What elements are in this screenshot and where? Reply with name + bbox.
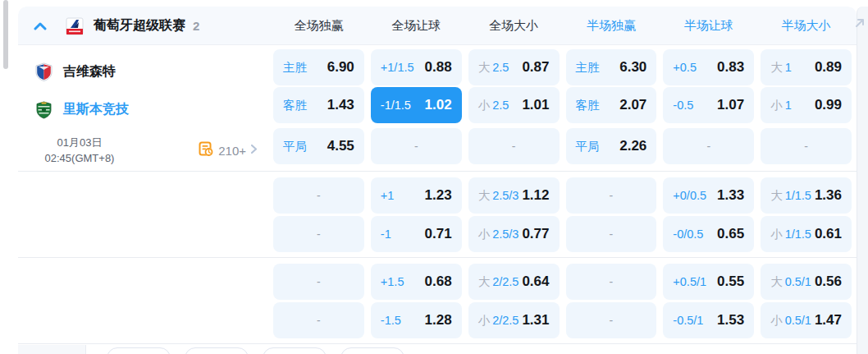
odds-cell[interactable]: 大10.89 [761, 49, 852, 85]
more-markets-button[interactable]: 210+ [199, 132, 258, 168]
vertical-scrollbar[interactable] [3, 0, 8, 69]
odds-row: 平局4.55--平局2.26-- [273, 128, 852, 164]
odds-cell[interactable]: 小10.99 [761, 87, 852, 123]
odds-cell[interactable]: +1.50.68 [371, 264, 462, 300]
odds-value: 0.99 [815, 97, 842, 113]
odds-cell[interactable]: 客胜1.43 [273, 87, 364, 123]
odds-cell-empty: - [273, 302, 364, 338]
odds-cell[interactable]: 大2.50.87 [468, 49, 560, 85]
home-team-row[interactable]: 吉维森特 [18, 53, 271, 90]
odds-row: --1.51.28小2/2.51.31--0.5/11.53小0.5/11.47 [273, 302, 852, 338]
odds-cell[interactable]: 主胜6.30 [566, 49, 657, 85]
odds-label: +1.5 [381, 275, 404, 288]
odds-cell[interactable]: +0.5/10.55 [663, 264, 754, 300]
odds-cell[interactable]: -0.5/11.53 [663, 302, 754, 338]
pill-button[interactable] [107, 347, 171, 354]
odds-cell[interactable]: 小1/1.50.61 [761, 216, 852, 252]
odds-value: 1.07 [717, 97, 744, 113]
odds-cell[interactable]: 客胜2.07 [566, 87, 657, 123]
odds-value: 0.61 [815, 226, 842, 242]
home-team-name: 吉维森特 [63, 63, 116, 80]
odds-value: 0.71 [425, 226, 452, 242]
odds-cell[interactable]: 主胜6.90 [273, 49, 364, 85]
odds-value: 1.53 [717, 312, 744, 329]
odds-cell[interactable]: +0/0.51.33 [663, 177, 754, 214]
odds-label: 大2/2.5 [478, 274, 519, 290]
odds-value: 0.88 [425, 59, 452, 76]
away-team-name: 里斯本竞技 [63, 101, 129, 118]
market-header-0: 全场独赢 [273, 7, 364, 45]
odds-row: -+1.50.68大2/2.50.64-+0.5/10.55大0.5/10.56 [273, 264, 852, 300]
markets-count-icon [199, 141, 214, 160]
market-header-4: 半场让球 [663, 7, 754, 45]
market-header-3: 半场独赢 [566, 7, 657, 45]
odds-value: 0.65 [717, 226, 744, 242]
odds-label: 客胜 [576, 98, 600, 113]
odds-cell[interactable]: 小2.51.01 [468, 87, 560, 123]
odds-value: 1.02 [425, 97, 452, 113]
pill-button[interactable] [185, 347, 249, 354]
pill-button[interactable] [340, 347, 404, 354]
dash: - [512, 140, 516, 153]
odds-cell-empty: - [273, 177, 364, 214]
odds-cell[interactable]: +0.50.83 [663, 49, 754, 85]
arrow-up-right-icon[interactable] [853, 16, 866, 30]
odds-value: 1.43 [327, 97, 354, 113]
odds-value: 1.33 [717, 187, 744, 204]
odds-cell[interactable]: -10.71 [371, 216, 462, 252]
market-column-headers: 全场独赢全场让球全场大小半场独赢半场让球半场大小 [273, 7, 852, 45]
odds-value: 0.89 [815, 59, 842, 76]
dash: - [414, 140, 418, 153]
odds-cell-empty: - [566, 302, 657, 338]
odds-cell-empty: - [566, 216, 657, 252]
odds-cell[interactable]: -1.51.28 [371, 302, 462, 338]
odds-label: 大2.5/3 [478, 188, 519, 204]
odds-cell[interactable]: 平局4.55 [273, 128, 364, 164]
odds-cell[interactable]: -1/1.51.02 [371, 87, 462, 123]
dash: - [610, 189, 614, 202]
odds-cell[interactable]: 大2.5/31.12 [468, 177, 560, 214]
odds-cell[interactable]: -0/0.50.65 [663, 216, 754, 252]
odds-group: -+1.50.68大2/2.50.64-+0.5/10.55大0.5/10.56… [273, 264, 852, 338]
odds-value: 0.64 [522, 274, 549, 290]
collapse-chevron-up-icon[interactable] [30, 22, 51, 30]
odds-cell[interactable]: +11.23 [371, 177, 462, 214]
league-header: 葡萄牙超级联赛 2 全场独赢全场让球全场大小半场独赢半场让球半场大小 [18, 7, 857, 45]
odds-cell[interactable]: 大0.5/10.56 [761, 264, 852, 300]
odds-cell[interactable]: 小0.5/11.47 [761, 302, 852, 338]
away-team-row[interactable]: 里斯本竞技 [18, 91, 271, 127]
odds-value: 1.47 [815, 312, 842, 329]
odds-cell[interactable]: 大1/1.51.36 [761, 177, 852, 214]
dash: - [610, 314, 614, 327]
league-title: 葡萄牙超级联赛 [94, 17, 185, 34]
market-header-2: 全场大小 [468, 7, 560, 45]
market-header-1: 全场让球 [371, 7, 462, 45]
odds-label: +1 [381, 189, 395, 202]
odds-row: -+11.23大2.5/31.12-+0/0.51.33大1/1.51.36 [273, 177, 852, 214]
markets-count-label: 210+ [218, 144, 246, 158]
league-logo-icon [66, 17, 84, 35]
odds-group: -+11.23大2.5/31.12-+0/0.51.33大1/1.51.36--… [273, 177, 852, 252]
odds-label: 客胜 [283, 98, 307, 113]
match-time: 02:45(GMT+8) [45, 150, 115, 167]
odds-value: 1.36 [815, 187, 842, 204]
odds-cell[interactable]: 大2/2.50.64 [468, 264, 560, 300]
dash: - [317, 314, 321, 327]
odds-label: 小2/2.5 [478, 313, 519, 329]
odds-cell[interactable]: 小2/2.51.31 [468, 302, 560, 338]
odds-cell-empty: - [761, 128, 852, 164]
league-match-card: 葡萄牙超级联赛 2 全场独赢全场让球全场大小半场独赢半场让球半场大小 [18, 7, 857, 354]
odds-value: 0.55 [717, 274, 744, 290]
pill-button[interactable] [263, 347, 327, 354]
next-row-label-area [18, 345, 86, 354]
odds-cell[interactable]: 平局2.26 [566, 128, 657, 164]
odds-row: 客胜1.43-1/1.51.02小2.51.01客胜2.07-0.51.07小1… [273, 87, 852, 123]
odds-cell[interactable]: +1/1.50.88 [371, 49, 462, 85]
odds-cell[interactable]: 小2.5/30.77 [468, 216, 560, 252]
home-team-badge-icon [34, 62, 53, 81]
odds-value: 6.30 [619, 59, 646, 76]
league-cluster: 葡萄牙超级联赛 2 [18, 7, 199, 45]
odds-label: +0/0.5 [673, 189, 706, 202]
odds-cell[interactable]: -0.51.07 [663, 87, 754, 123]
odds-label: -1 [381, 228, 391, 241]
